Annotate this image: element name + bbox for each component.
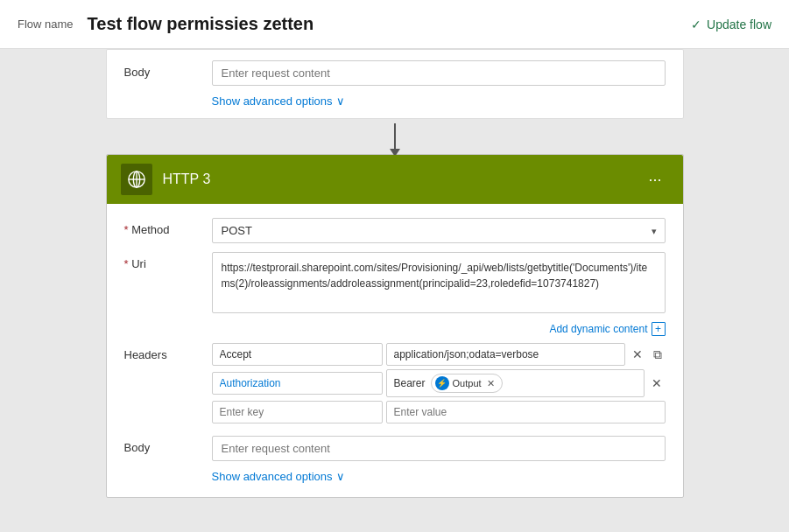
delete-header-auth-button[interactable]: ✕	[648, 374, 666, 392]
token-remove-button[interactable]: ✕	[487, 378, 495, 389]
chevron-down-icon-partial: ∨	[336, 94, 345, 108]
headers-field-row: Headers ✕ ⧉ Bearer	[124, 343, 666, 427]
body-label-partial: Body	[124, 60, 212, 79]
uri-input[interactable]: https://testprorail.sharepoint.com/sites…	[212, 252, 666, 313]
arrow-connector	[106, 119, 684, 154]
globe-icon	[127, 170, 146, 189]
header-key-authorization[interactable]	[212, 372, 383, 395]
header-value-empty[interactable]	[386, 401, 666, 424]
advanced-options[interactable]: Show advanced options ∨	[124, 470, 666, 483]
delete-header-accept-button[interactable]: ✕	[629, 346, 646, 363]
header-value-accept[interactable]	[386, 343, 625, 366]
method-select[interactable]: POST GET PUT DELETE PATCH	[212, 218, 666, 243]
dynamic-content-link[interactable]: Add dynamic content +	[549, 322, 665, 336]
method-label: Method	[124, 218, 212, 236]
plus-icon: +	[652, 322, 666, 336]
http3-card: HTTP 3 ··· Method POST GET PUT DELETE	[106, 154, 684, 498]
flow-name-label: Flow name	[18, 18, 74, 31]
http-icon	[121, 164, 152, 195]
card-title: HTTP 3	[163, 172, 642, 187]
body-field-row-partial: Body	[124, 60, 666, 86]
method-field-row: Method POST GET PUT DELETE PATCH ▾	[124, 218, 666, 243]
token-icon: ⚡	[435, 376, 449, 390]
method-select-wrapper: POST GET PUT DELETE PATCH ▾	[212, 218, 666, 243]
uri-label: Uri	[124, 252, 212, 270]
bearer-text: Bearer	[394, 377, 426, 389]
auth-value-field: Bearer ⚡ Output ✕	[386, 369, 645, 397]
advanced-options-partial[interactable]: Show advanced options ∨	[124, 94, 666, 108]
copy-header-accept-button[interactable]: ⧉	[650, 346, 666, 364]
check-icon: ✓	[691, 18, 701, 32]
dynamic-content-row: Add dynamic content +	[212, 322, 666, 336]
body-label: Body	[124, 436, 212, 454]
header-row-authorization: Bearer ⚡ Output ✕ ✕	[212, 369, 666, 397]
update-flow-button[interactable]: ✓ Update flow	[691, 18, 771, 32]
body-input-partial[interactable]	[212, 60, 666, 86]
headers-table: ✕ ⧉ Bearer ⚡ Output ✕	[212, 343, 666, 427]
header-row-empty	[212, 401, 666, 424]
body-field-row: Body	[124, 436, 666, 461]
card-menu-button[interactable]: ···	[641, 167, 668, 192]
token-label: Output	[453, 378, 482, 388]
card-body: Method POST GET PUT DELETE PATCH ▾	[107, 204, 683, 497]
header-key-accept[interactable]	[212, 343, 383, 366]
header-row-accept: ✕ ⧉	[212, 343, 666, 366]
arrow-down	[394, 123, 396, 150]
header-key-empty[interactable]	[212, 401, 383, 424]
headers-label: Headers	[124, 343, 212, 361]
advanced-options-label-partial[interactable]: Show advanced options ∨	[212, 94, 345, 108]
partial-card: Body Show advanced options ∨	[106, 49, 684, 119]
body-input[interactable]	[212, 436, 666, 461]
uri-field-row: Uri https://testprorail.sharepoint.com/s…	[124, 252, 666, 313]
advanced-options-label[interactable]: Show advanced options ∨	[212, 470, 345, 483]
flow-canvas: Body Show advanced options ∨	[0, 49, 789, 532]
flow-title: Test flow permissies zetten	[88, 14, 691, 34]
chevron-down-icon-card: ∨	[336, 470, 345, 483]
output-token-chip: ⚡ Output ✕	[431, 374, 503, 393]
app-header: Flow name Test flow permissies zetten ✓ …	[0, 0, 789, 49]
flow-container: Body Show advanced options ∨	[106, 49, 684, 498]
card-header: HTTP 3 ···	[107, 155, 683, 204]
